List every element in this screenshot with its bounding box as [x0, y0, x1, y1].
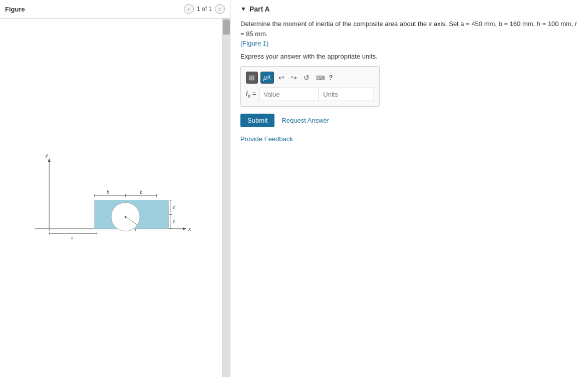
h-value: h = 100 mm: [537, 20, 571, 28]
dim-a-label: a: [71, 235, 73, 240]
problem-text-mid: axis. Set: [432, 20, 460, 28]
input-label: Ix =: [246, 90, 256, 99]
figure-diagram: x y: [16, 148, 206, 248]
request-answer-link[interactable]: Request Answer: [281, 117, 329, 124]
units-input[interactable]: [319, 88, 374, 101]
collapse-arrow[interactable]: ▼: [240, 6, 246, 13]
figure-page-indicator: 1 of 1: [197, 6, 212, 13]
left-panel: Figure ‹ 1 of 1 › x y: [0, 0, 230, 377]
part-header: ▼ Part A: [240, 5, 578, 13]
redo-button[interactable]: ↪: [289, 73, 299, 83]
part-label: Part A: [249, 5, 270, 13]
action-row: Submit Request Answer: [240, 114, 578, 127]
figure-title: Figure: [5, 6, 25, 13]
help-button[interactable]: ?: [329, 74, 333, 81]
redo-icon: ↪: [291, 74, 297, 82]
grid-icon: ⊞: [249, 74, 255, 82]
help-icon: ?: [329, 74, 333, 81]
right-panel: ▼ Part A Determine the moment of inertia…: [230, 0, 588, 377]
y-axis-arrow: [48, 158, 51, 162]
keyboard-button[interactable]: ⌨: [314, 73, 327, 83]
undo-button[interactable]: ↩: [276, 73, 286, 83]
provide-feedback-link[interactable]: Provide Feedback: [240, 135, 293, 143]
dim-b-label-left: b: [106, 190, 109, 195]
figure-svg-area: x y: [0, 19, 222, 377]
dim-h-label-lower: h: [173, 219, 175, 224]
submit-button[interactable]: Submit: [240, 114, 274, 127]
y-axis-label: y: [45, 153, 48, 158]
x-axis-label: x: [188, 226, 191, 232]
prev-figure-button[interactable]: ‹: [184, 4, 194, 14]
refresh-button[interactable]: ↺: [302, 73, 312, 83]
problem-text-prefix: Determine the moment of inertia of the c…: [240, 20, 429, 28]
figure-link[interactable]: (Figure 1): [240, 40, 268, 47]
grid-button[interactable]: ⊞: [246, 72, 258, 84]
toolbar: ⊞ μA ↩ ↪ ↺ ⌨ ?: [246, 72, 374, 84]
figure-header: Figure ‹ 1 of 1 ›: [0, 0, 230, 19]
figure-navigation: ‹ 1 of 1 ›: [184, 4, 225, 14]
keyboard-icon: ⌨: [316, 75, 325, 82]
refresh-icon: ↺: [304, 74, 310, 82]
next-figure-button[interactable]: ›: [215, 4, 225, 14]
input-row: Ix =: [246, 88, 374, 101]
scroll-thumb[interactable]: [223, 20, 230, 35]
value-input[interactable]: [259, 88, 319, 101]
express-units-text: Express your answer with the appropriate…: [240, 53, 578, 60]
b-value: b = 160 mm: [499, 20, 533, 28]
mu-button[interactable]: μA: [260, 72, 274, 84]
dim-b-label-right: b: [140, 190, 142, 195]
circle-center-dot: [124, 216, 126, 218]
x-axis-arrow: [182, 227, 186, 230]
dim-h-label-upper: h: [173, 205, 175, 210]
problem-description: Determine the moment of inertia of the c…: [240, 19, 578, 49]
mu-icon: μA: [263, 74, 271, 81]
figure-content: x y: [0, 19, 230, 377]
undo-icon: ↩: [278, 74, 284, 82]
answer-box: ⊞ μA ↩ ↪ ↺ ⌨ ? Ix =: [240, 66, 380, 107]
a-value: a = 450 mm: [460, 20, 495, 28]
figure-scrollbar[interactable]: [222, 19, 230, 377]
